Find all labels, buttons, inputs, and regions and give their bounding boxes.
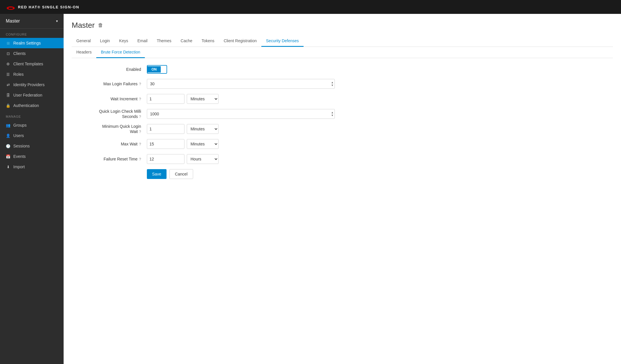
failure-reset-input-wrap — [147, 154, 184, 164]
min-quick-login-control: Minutes Seconds Hours Days — [147, 124, 274, 134]
tab-brute-force[interactable]: Brute Force Detection — [96, 47, 145, 58]
tab-themes[interactable]: Themes — [152, 36, 176, 47]
wait-increment-label: Wait Increment ? — [72, 97, 147, 101]
enabled-control: ON — [147, 65, 274, 74]
form-buttons: Save Cancel — [72, 169, 274, 179]
sidebar-item-label-user-federation: User Federation — [13, 93, 42, 97]
sidebar-item-client-templates[interactable]: ⚙ Client Templates — [0, 59, 64, 69]
tab-email[interactable]: Email — [133, 36, 152, 47]
clock-icon: 🕐 — [6, 144, 10, 148]
sidebar-item-user-federation[interactable]: 🗄 User Federation — [0, 90, 64, 100]
max-login-failures-input[interactable] — [147, 79, 335, 89]
sidebar-item-label-import: Import — [13, 165, 25, 169]
max-login-failures-input-wrap: ▲ ▼ — [147, 79, 335, 89]
sidebar-item-label-identity-providers: Identity Providers — [13, 82, 45, 87]
sidebar-item-label-groups: Groups — [13, 123, 27, 128]
toggle-on-label: ON — [147, 66, 161, 73]
realm-selector[interactable]: Master ▾ — [0, 14, 64, 29]
sidebar-item-identity-providers[interactable]: ⇄ Identity Providers — [0, 80, 64, 90]
sidebar-item-realm-settings[interactable]: ⊞ Realm Settings — [0, 38, 64, 48]
min-quick-login-label-line1: Minimum Quick Login — [102, 124, 141, 129]
wait-increment-row: Wait Increment ? Minutes Seconds Hours D… — [72, 94, 274, 104]
max-login-failures-label: Max Login Failures ? — [72, 82, 147, 86]
save-button[interactable]: Save — [147, 169, 167, 179]
sidebar-item-label-authentication: Authentication — [13, 103, 39, 108]
sidebar-item-label-sessions: Sessions — [13, 144, 30, 148]
sidebar-item-clients[interactable]: ⊡ Clients — [0, 48, 64, 59]
min-quick-login-input[interactable] — [147, 124, 184, 134]
tab-login[interactable]: Login — [95, 36, 114, 47]
min-quick-login-help-icon[interactable]: ? — [139, 130, 141, 134]
tab-client-registration[interactable]: Client Registration — [219, 36, 261, 47]
min-quick-login-unit-select[interactable]: Minutes Seconds Hours Days — [187, 124, 219, 134]
tab-security-defenses[interactable]: Security Defenses — [261, 36, 304, 47]
enabled-row: Enabled ON — [72, 65, 274, 74]
min-quick-login-input-wrap — [147, 124, 184, 134]
wait-increment-help-icon[interactable]: ? — [139, 97, 141, 101]
user-icon: 👤 — [6, 133, 10, 138]
sidebar-item-label-client-templates: Client Templates — [13, 62, 43, 66]
th-large-icon: ⊡ — [6, 51, 10, 56]
wait-increment-control: Minutes Seconds Hours Days — [147, 94, 274, 104]
group-icon: 👥 — [6, 123, 10, 128]
sidebar-item-groups[interactable]: 👥 Groups — [0, 120, 64, 130]
sliders-icon: ⊞ — [6, 41, 10, 45]
tab-keys[interactable]: Keys — [114, 36, 133, 47]
max-wait-input[interactable] — [147, 139, 184, 149]
realm-name: Master — [6, 19, 20, 24]
sidebar-item-import[interactable]: ⬇ Import — [0, 162, 64, 172]
exchange-icon: ⇄ — [6, 82, 10, 87]
cancel-button[interactable]: Cancel — [169, 169, 193, 179]
manage-section-label: Manage — [0, 111, 64, 120]
spinner-down-icon: ▼ — [331, 84, 334, 87]
failure-reset-input[interactable] — [147, 154, 184, 164]
sidebar-item-label-realm-settings: Realm Settings — [13, 41, 41, 45]
max-wait-unit-select[interactable]: Minutes Seconds Hours Days — [187, 139, 219, 149]
tab-tokens[interactable]: Tokens — [197, 36, 219, 47]
secondary-tabs: Headers Brute Force Detection — [72, 47, 613, 58]
sidebar-item-sessions[interactable]: 🕐 Sessions — [0, 141, 64, 151]
max-wait-control: Minutes Seconds Hours Days — [147, 139, 274, 149]
sidebar-item-label-roles: Roles — [13, 72, 24, 77]
quick-login-label-line1: Quick Login Check Milli — [99, 109, 141, 114]
sidebar-item-roles[interactable]: ☰ Roles — [0, 69, 64, 80]
max-wait-row: Max Wait ? Minutes Seconds Hours Days — [72, 139, 274, 149]
max-wait-help-icon[interactable]: ? — [139, 142, 141, 146]
tab-cache[interactable]: Cache — [176, 36, 197, 47]
max-login-failures-help-icon[interactable]: ? — [139, 82, 141, 86]
enabled-label: Enabled — [72, 67, 147, 72]
quick-login-input[interactable] — [147, 109, 335, 119]
enabled-toggle[interactable]: ON — [147, 65, 167, 74]
wait-increment-unit-select[interactable]: Minutes Seconds Hours Days — [187, 94, 219, 104]
failure-reset-unit-select[interactable]: Hours Seconds Minutes Days — [187, 154, 219, 164]
sidebar-item-users[interactable]: 👤 Users — [0, 130, 64, 141]
quick-login-label-line2: Seconds ? — [122, 114, 141, 119]
redhat-logo-icon — [6, 3, 16, 10]
database-icon: 🗄 — [6, 93, 10, 97]
quick-login-help-icon[interactable]: ? — [139, 114, 141, 119]
brute-force-form: Enabled ON Max Login Failures ? — [72, 65, 274, 179]
wait-increment-input-wrap — [147, 94, 184, 104]
failure-reset-label: Failure Reset Time ? — [72, 157, 147, 161]
spinner-up-icon: ▲ — [331, 111, 334, 114]
sidebar-item-authentication[interactable]: 🔒 Authentication — [0, 100, 64, 111]
failure-reset-help-icon[interactable]: ? — [139, 157, 141, 161]
spinner-arrows-quick-login[interactable]: ▲ ▼ — [331, 111, 334, 117]
sidebar-item-events[interactable]: 📅 Events — [0, 151, 64, 162]
sidebar-item-label-users: Users — [13, 133, 24, 138]
tab-headers[interactable]: Headers — [72, 47, 96, 58]
users-cog-icon: ⚙ — [6, 62, 10, 66]
quick-login-control: ▲ ▼ — [147, 109, 335, 119]
wait-increment-input[interactable] — [147, 94, 184, 104]
topbar-title: RED HAT® SINGLE SIGN-ON — [18, 5, 79, 9]
max-wait-label: Max Wait ? — [72, 142, 147, 146]
delete-icon[interactable]: 🗑 — [98, 22, 103, 28]
quick-login-label: Quick Login Check Milli Seconds ? — [72, 109, 147, 119]
sidebar-item-label-events: Events — [13, 154, 26, 159]
bars-icon: ☰ — [6, 72, 10, 77]
content-area: Master 🗑 General Login Keys Email Themes… — [64, 14, 621, 364]
min-quick-login-label: Minimum Quick Login Wait ? — [72, 124, 147, 134]
tab-general[interactable]: General — [72, 36, 95, 47]
spinner-arrows-max-login[interactable]: ▲ ▼ — [331, 81, 334, 87]
min-quick-login-label-line2: Wait ? — [130, 129, 141, 134]
